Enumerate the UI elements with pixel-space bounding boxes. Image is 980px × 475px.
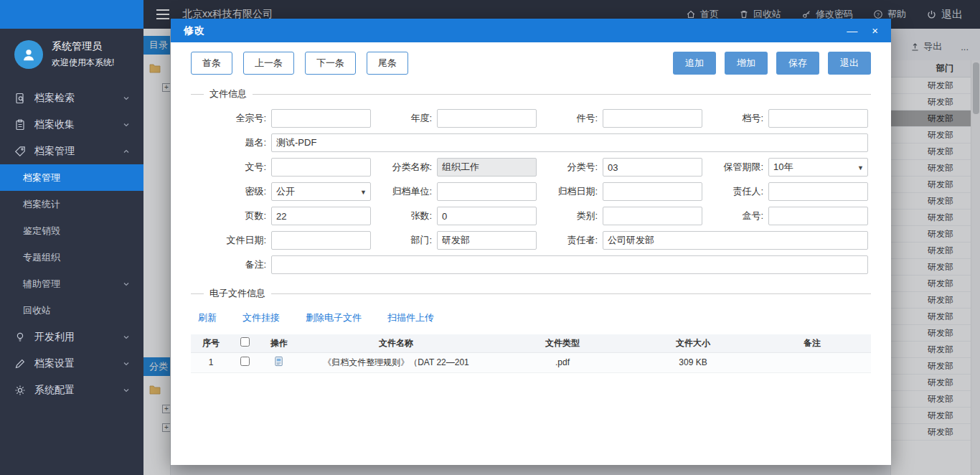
retention-select[interactable]: 10年 ▼ [768,158,868,177]
sidebar-item-topic-organize[interactable]: 专题组织 [0,244,143,271]
first-record-button[interactable]: 首条 [191,52,232,75]
next-record-button[interactable]: 下一条 [305,52,356,75]
remark-field[interactable] [271,255,868,274]
user-welcome: 欢迎使用本系统! [52,57,114,69]
row-checkbox[interactable] [240,357,250,366]
sidebar: 系统管理员 欢迎使用本系统! 档案检索 档案收集 档案管理 档案管理 [0,0,143,475]
doc-no-field[interactable] [271,158,371,177]
sidebar-item-label: 档案管理 [23,171,60,184]
field-label: 分类号: [537,158,603,177]
edit-record-dialog: 修改 — × 首条 上一条 下一条 尾条 追加 增加 保存 退出 文件信息 全宗… [171,19,891,465]
add-button[interactable]: 增加 [725,52,768,75]
sheets-field[interactable] [437,207,537,225]
close-icon[interactable]: × [872,25,878,36]
sidebar-item-recycle-bin[interactable]: 回收站 [0,297,143,324]
field-label: 题名: [205,133,271,152]
sidebar-item-label: 档案统计 [23,198,60,211]
sidebar-item-label: 档案管理 [34,145,75,158]
field-label: 密级: [205,182,271,201]
liable-person-field[interactable] [768,182,868,201]
year-field[interactable] [437,109,537,128]
author-field[interactable] [603,231,868,250]
minimize-icon[interactable]: — [847,25,857,36]
category-name-field[interactable] [437,158,537,177]
tag-icon [14,146,26,157]
file-preview-icon[interactable] [274,356,285,367]
field-label: 盒号: [702,207,768,225]
column-header-remark: 备注 [753,334,871,352]
column-header-filesize: 文件大小 [633,334,753,352]
field-label: 保管期限: [702,158,768,177]
avatar [14,40,43,69]
efile-row-operation [258,352,300,372]
section-label: 文件信息 [209,88,247,100]
sidebar-item-system-config[interactable]: 系统配置 [0,377,143,403]
quanzong-no-field[interactable] [271,109,371,128]
sidebar-item-archive-manage-sub[interactable]: 档案管理 [0,164,143,191]
file-info-section-title: 文件信息 [191,88,871,100]
attach-file-link[interactable]: 文件挂接 [242,311,280,324]
pages-field[interactable] [271,207,371,225]
field-label: 备注: [205,255,271,274]
append-button[interactable]: 追加 [673,52,716,75]
field-label: 全宗号: [205,109,271,128]
sidebar-item-auxiliary-manage[interactable]: 辅助管理 [0,271,143,297]
efile-table-row[interactable]: 1 《归档文件整理规则》（DAT 22—201 .pdf 309 KB [191,352,871,372]
dialog-titlebar: 修改 — × [171,19,891,42]
refresh-link[interactable]: 刷新 [198,311,217,324]
field-label: 档号: [702,109,768,128]
title-field[interactable] [271,133,868,152]
selected-value: 10年 [773,161,793,174]
box-no-field[interactable] [768,207,868,225]
dialog-toolbar: 首条 上一条 下一条 尾条 追加 增加 保存 退出 [171,42,891,75]
filing-date-field[interactable] [603,182,702,201]
user-panel: 系统管理员 欢迎使用本系统! [0,29,143,77]
scan-upload-link[interactable]: 扫描件上传 [387,311,434,324]
delete-efile-link[interactable]: 删除电子文件 [306,311,362,324]
sidebar-item-label: 回收站 [23,304,51,317]
efile-row-size: 309 KB [633,352,753,372]
sidebar-item-label: 专题组织 [23,251,60,264]
sidebar-item-archive-collect[interactable]: 档案收集 [0,111,143,138]
field-label: 张数: [371,207,437,225]
field-label: 文号: [205,158,271,177]
window-controls: — × [847,25,878,36]
file-date-field[interactable] [271,231,371,250]
logo-block [0,0,143,29]
dropdown-caret-icon: ▼ [360,189,367,196]
chevron-down-icon [122,280,131,288]
filing-unit-field[interactable] [437,182,537,201]
field-label: 页数: [205,207,271,225]
column-header-checkbox [231,334,258,352]
sidebar-item-appraisal-destroy[interactable]: 鉴定销毁 [0,217,143,244]
item-no-field[interactable] [603,109,702,128]
sidebar-nav: 档案检索 档案收集 档案管理 档案管理 档案统计 鉴定销毁 专题组织 辅助管理 [0,85,143,403]
chevron-down-icon [122,386,131,395]
last-record-button[interactable]: 尾条 [367,52,408,75]
efile-row-checkbox-cell [231,352,258,372]
sidebar-item-archive-stats[interactable]: 档案统计 [0,191,143,217]
exit-button[interactable]: 退出 [828,52,871,75]
category-no-field[interactable] [603,158,702,177]
section-label: 电子文件信息 [209,287,265,300]
sidebar-item-archive-search[interactable]: 档案检索 [0,85,143,111]
screen: 系统管理员 欢迎使用本系统! 档案检索 档案收集 档案管理 档案管理 [0,0,980,475]
dang-no-field[interactable] [768,109,868,128]
previous-record-button[interactable]: 上一条 [243,52,294,75]
sidebar-item-develop-use[interactable]: 开发利用 [0,324,143,350]
field-label: 部门: [371,231,437,250]
select-all-checkbox[interactable] [240,337,250,347]
save-button[interactable]: 保存 [776,52,819,75]
secrecy-select[interactable]: 公开 ▼ [271,182,371,201]
kind-field[interactable] [603,207,702,225]
chevron-down-icon [122,333,131,342]
efile-table-header-row: 序号 操作 文件名称 文件类型 文件大小 备注 [191,334,871,352]
chevron-up-icon [122,147,131,156]
document-search-icon [14,93,26,104]
user-text: 系统管理员 欢迎使用本系统! [52,40,114,69]
sidebar-item-archive-settings[interactable]: 档案设置 [0,350,143,377]
chevron-down-icon [122,94,131,103]
dialog-title: 修改 [184,24,205,37]
department-field[interactable] [437,231,537,250]
sidebar-item-archive-manage[interactable]: 档案管理 [0,138,143,164]
